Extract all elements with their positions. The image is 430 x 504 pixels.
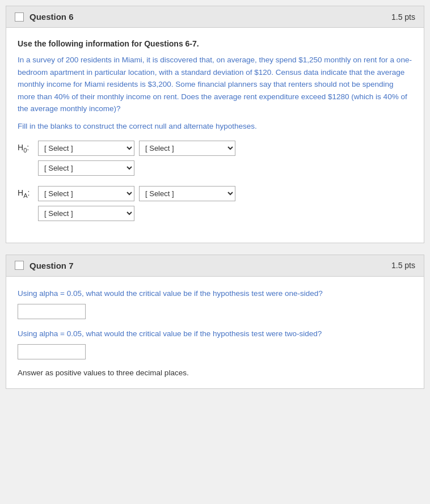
ha-label: HA: [18, 188, 33, 199]
h0-dropdown-1[interactable]: [ Select ] [38, 141, 134, 156]
question-7-header: Question 7 1.5 pts [6, 255, 424, 277]
question-7-header-left: Question 7 [15, 261, 74, 270]
question-7-checkbox[interactable] [15, 261, 24, 270]
ha-dropdown-2[interactable]: [ Select ] [139, 186, 235, 201]
h0-dropdown-3[interactable]: [ Select ] [38, 160, 134, 176]
ha-row-1: HA: [ Select ] [ Select ] [18, 186, 412, 201]
question-7-block: Question 7 1.5 pts Using alpha = 0.05, w… [6, 255, 424, 389]
question-6-title: Question 6 [29, 12, 74, 22]
question-6-fill-instruction: Fill in the blanks to construct the corr… [18, 122, 412, 130]
q7-answer-note: Answer as positive values to three decim… [18, 369, 412, 377]
question-6-info-heading: Use the following information for Questi… [18, 39, 412, 48]
h0-row-1: H0: [ Select ] [ Select ] [18, 141, 412, 156]
h0-row-2: [ Select ] [38, 160, 412, 176]
h0-label: H0: [18, 143, 33, 154]
question-6-header: Question 6 1.5 pts [6, 6, 424, 28]
q7-question-1: Using alpha = 0.05, what would the criti… [18, 288, 412, 299]
q7-answer-2[interactable] [18, 344, 86, 359]
h0-dropdown-2[interactable]: [ Select ] [139, 141, 235, 156]
h0-section: H0: [ Select ] [ Select ] [ Select ] [18, 141, 412, 176]
question-7-title: Question 7 [29, 261, 74, 270]
question-6-header-left: Question 6 [15, 12, 74, 22]
question-7-pts: 1.5 pts [391, 261, 415, 270]
ha-dropdown-1[interactable]: [ Select ] [38, 186, 134, 201]
question-6-checkbox[interactable] [15, 12, 24, 22]
ha-dropdown-3[interactable]: [ Select ] [38, 206, 134, 221]
question-6-pts: 1.5 pts [391, 12, 415, 22]
question-6-body-text: In a survey of 200 residents in Miami, i… [18, 54, 412, 115]
question-6-body: Use the following information for Questi… [6, 28, 424, 243]
q7-question-2: Using alpha = 0.05, what would the criti… [18, 328, 412, 340]
ha-section: HA: [ Select ] [ Select ] [ Select ] [18, 186, 412, 221]
q7-answer-1[interactable] [18, 304, 86, 319]
question-7-body: Using alpha = 0.05, what would the criti… [6, 277, 424, 389]
ha-row-2: [ Select ] [38, 206, 412, 221]
question-6-block: Question 6 1.5 pts Use the following inf… [6, 6, 424, 243]
